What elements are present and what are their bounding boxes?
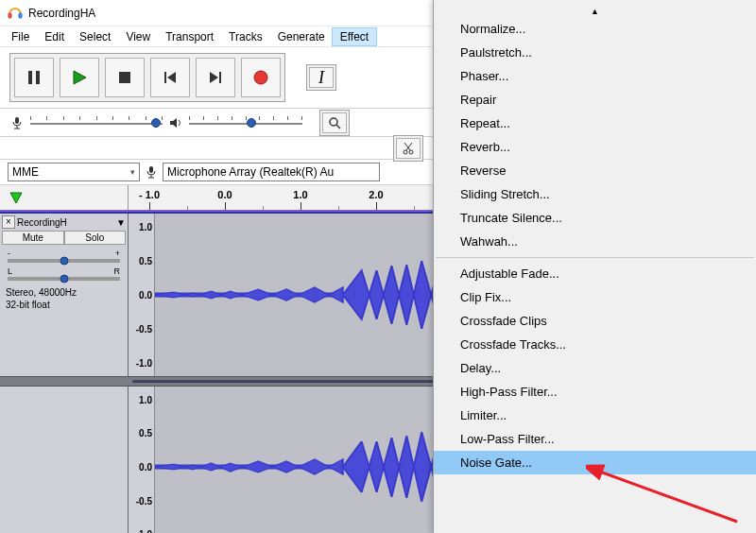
svg-rect-9 [219,72,221,83]
ruler-label: 0.0 [217,189,232,200]
effect-menu-item[interactable]: Paulstretch... [434,41,756,64]
track-menu-button[interactable]: ▼ [116,217,126,228]
effect-menu-item[interactable]: Crossfade Tracks... [434,333,756,356]
effect-menu-item[interactable]: Crossfade Clips [434,309,756,333]
svg-rect-21 [149,166,153,173]
menu-separator [436,257,754,258]
track-name: RecordingH [17,217,114,228]
app-title: RecordingHA [28,7,95,20]
amplitude-scale: 1.0 0.5 0.0 -0.5 -1.0 [129,387,155,533]
amplitude-scale: 1.0 0.5 0.0 -0.5 -1.0 [129,214,155,376]
recording-device-combo[interactable]: Microphone Array (Realtek(R) Au [163,163,380,181]
effect-menu-item[interactable]: Reverse [434,159,756,182]
mic-icon [144,164,159,180]
effect-menu-item[interactable]: Adjustable Fade... [434,262,756,285]
playback-level-slider[interactable] [189,116,302,129]
track-format-info: Stereo, 48000Hz 32-bit float [2,284,126,313]
effect-menu-item[interactable]: Wahwah... [434,230,756,253]
svg-marker-8 [210,72,218,83]
ruler-label: 2.0 [369,189,383,200]
effect-menu-item[interactable]: Limiter... [434,404,756,427]
timeline-head[interactable] [0,185,129,210]
effect-menu-item[interactable]: Phaser... [434,64,756,88]
effect-menu-item[interactable]: Repair [434,88,756,112]
svg-rect-2 [28,71,32,84]
effect-menu-dropdown: ▲ Normalize...Paulstretch...Phaser...Rep… [433,0,756,533]
speaker-icon [168,115,183,130]
audio-host-value: MME [12,165,39,179]
effect-menu-item[interactable]: High-Pass Filter... [434,380,756,404]
audio-host-combo[interactable]: MME ▾ [8,163,140,181]
svg-marker-4 [74,71,86,84]
svg-rect-1 [19,13,22,18]
menu-scroll-up[interactable]: ▲ [434,6,756,17]
effect-menu-item[interactable]: Noise Gate... [434,451,756,474]
playhead-icon [9,192,23,204]
menu-tracks[interactable]: Tracks [221,28,270,45]
zoom-tool-button[interactable] [322,112,347,133]
svg-marker-24 [10,193,22,203]
svg-rect-0 [9,13,11,18]
effect-menu-item[interactable]: Delay... [434,356,756,380]
svg-point-15 [330,118,337,126]
play-button[interactable] [60,58,99,97]
recording-device-value: Microphone Array (Realtek(R) Au [167,165,334,179]
pan-slider[interactable]: LR [8,266,120,281]
menu-select[interactable]: Select [72,28,118,45]
menu-view[interactable]: View [118,28,158,45]
svg-rect-3 [36,71,40,84]
pause-button[interactable] [14,58,54,97]
track-header: × RecordingH ▼ Mute Solo -+ LR Stereo, 4… [0,214,129,376]
cut-button[interactable] [396,138,421,159]
effect-menu-item[interactable]: Normalize... [434,17,756,41]
svg-rect-6 [164,72,166,83]
menu-generate[interactable]: Generate [270,28,333,45]
menu-effect[interactable]: Effect [333,28,376,45]
edit-tools: I [306,64,336,91]
skip-end-button[interactable] [196,58,235,97]
svg-point-18 [409,150,413,154]
menu-edit[interactable]: Edit [37,28,72,45]
chevron-down-icon: ▾ [130,167,135,177]
effect-menu-item[interactable]: Clip Fix... [434,285,756,309]
ruler-label: 1.0 [293,189,307,200]
effect-menu-item[interactable]: Sliding Stretch... [434,182,756,206]
menu-transport[interactable]: Transport [158,28,221,45]
svg-marker-7 [167,72,176,83]
gain-slider[interactable]: -+ [8,249,120,263]
app-icon [8,6,23,21]
effect-menu-item[interactable]: Low-Pass Filter... [434,427,756,451]
menu-file[interactable]: File [4,28,37,45]
track-header-right [0,387,129,533]
svg-point-10 [254,71,267,84]
cut-tools [393,135,423,162]
track-close-button[interactable]: × [2,215,15,229]
svg-rect-11 [15,117,19,124]
ruler-label: - 1.0 [139,189,160,200]
effect-menu-item[interactable]: Repeat... [434,112,756,135]
zoom-tools [319,110,350,136]
skip-start-button[interactable] [150,58,190,97]
selection-tool-button[interactable]: I [309,67,334,88]
stop-button[interactable] [105,58,145,97]
recording-level-slider[interactable] [30,116,163,129]
mic-icon [9,115,25,130]
solo-button[interactable]: Solo [64,231,127,245]
effect-menu-item[interactable]: Truncate Silence... [434,206,756,230]
mute-button[interactable]: Mute [2,231,64,245]
transport-group [9,53,285,102]
svg-rect-5 [119,72,130,83]
svg-line-16 [336,125,340,129]
svg-point-17 [404,150,407,154]
record-button[interactable] [241,58,281,97]
svg-marker-14 [170,118,177,128]
effect-menu-item[interactable]: Reverb... [434,135,756,159]
